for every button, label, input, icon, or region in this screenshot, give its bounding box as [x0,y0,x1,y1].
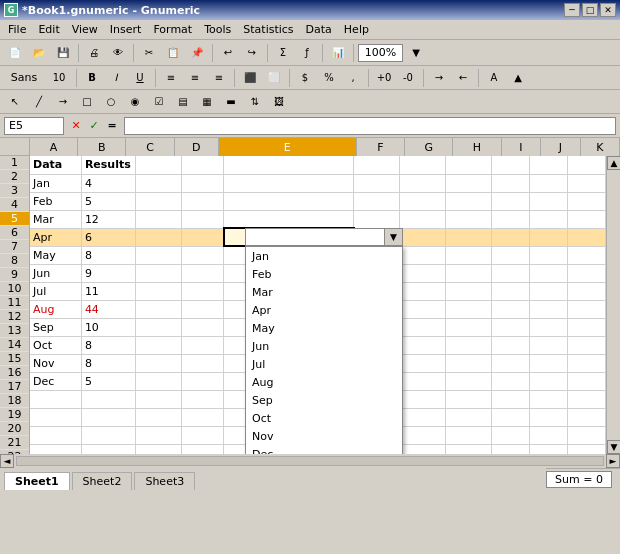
dropdown-item-jan[interactable]: Jan [246,247,402,265]
cell-H15[interactable] [446,408,492,426]
cell-A9[interactable]: Aug [30,300,81,318]
redo-button[interactable]: ↪ [241,43,263,63]
cell-F2[interactable] [354,174,400,192]
cell-G6[interactable] [400,246,446,264]
cell-G10[interactable] [400,318,446,336]
row-num-18[interactable]: 18 [0,394,29,408]
cell-B5[interactable]: 6 [81,228,136,246]
cell-H10[interactable] [446,318,492,336]
cell-A12[interactable]: Nov [30,354,81,372]
cell-reference[interactable]: E5 [4,117,64,135]
cell-C14[interactable] [136,390,182,408]
image-tool[interactable]: 🖼 [268,92,290,112]
dropdown-item-jun[interactable]: Jun [246,337,402,355]
cell-I11[interactable] [492,336,530,354]
cell-J2[interactable] [530,174,568,192]
horizontal-scrollbar[interactable]: ◄ ► [0,454,620,468]
dropdown-item-oct[interactable]: Oct [246,409,402,427]
menu-item-edit[interactable]: Edit [32,21,65,38]
copy-button[interactable]: 📋 [162,43,184,63]
sheet-tab-sheet2[interactable]: Sheet2 [72,472,133,490]
cell-C6[interactable] [136,246,182,264]
cell-C9[interactable] [136,300,182,318]
radio-tool[interactable]: ◉ [124,92,146,112]
row-num-7[interactable]: 7 [0,240,29,254]
underline-button[interactable]: U [129,68,151,88]
cell-D10[interactable] [182,318,224,336]
cell-E1[interactable] [224,156,354,174]
cell-K16[interactable] [568,426,606,444]
cell-J14[interactable] [530,390,568,408]
cell-J13[interactable] [530,372,568,390]
bold-button[interactable]: B [81,68,103,88]
cell-H3[interactable] [446,192,492,210]
ellipse-tool[interactable]: ○ [100,92,122,112]
dropdown-item-may[interactable]: May [246,319,402,337]
scroll-down-button[interactable]: ▼ [607,440,620,454]
cell-H6[interactable] [446,246,492,264]
cell-B10[interactable]: 10 [81,318,136,336]
cell-D12[interactable] [182,354,224,372]
cell-H13[interactable] [446,372,492,390]
paste-button[interactable]: 📌 [186,43,208,63]
percent-button[interactable]: % [318,68,340,88]
cancel-icon[interactable]: ✕ [68,118,84,134]
cell-A4[interactable]: Mar [30,210,81,228]
currency-button[interactable]: $ [294,68,316,88]
cell-G11[interactable] [400,336,446,354]
cell-K4[interactable] [568,210,606,228]
cell-J5[interactable] [530,228,568,246]
zoom-level[interactable]: 100% [358,44,403,62]
increase-dec[interactable]: +0 [373,68,395,88]
row-num-11[interactable]: 11 [0,296,29,310]
cell-D16[interactable] [182,426,224,444]
row-num-1[interactable]: 1 [0,156,29,170]
cell-D6[interactable] [182,246,224,264]
function-icon[interactable]: = [104,118,120,134]
cell-F1[interactable] [354,156,400,174]
cell-K11[interactable] [568,336,606,354]
menu-item-data[interactable]: Data [300,21,338,38]
cell-I15[interactable] [492,408,530,426]
row-num-12[interactable]: 12 [0,310,29,324]
cell-D5[interactable] [182,228,224,246]
cell-G14[interactable] [400,390,446,408]
cell-B8[interactable]: 11 [81,282,136,300]
cell-I12[interactable] [492,354,530,372]
cell-H8[interactable] [446,282,492,300]
cell-H5[interactable] [446,228,492,246]
cell-A3[interactable]: Feb [30,192,81,210]
cell-A14[interactable] [30,390,81,408]
formula-input[interactable] [124,117,616,135]
cell-H7[interactable] [446,264,492,282]
decrease-indent[interactable]: ← [452,68,474,88]
cell-I16[interactable] [492,426,530,444]
cell-I6[interactable] [492,246,530,264]
cell-E3[interactable] [224,192,354,210]
cell-F4[interactable] [354,210,400,228]
cell-D17[interactable] [182,444,224,454]
cell-D2[interactable] [182,174,224,192]
cell-B13[interactable]: 5 [81,372,136,390]
print-button[interactable]: 🖨 [83,43,105,63]
row-num-16[interactable]: 16 [0,366,29,380]
cell-C3[interactable] [136,192,182,210]
dropdown-item-mar[interactable]: Mar [246,283,402,301]
italic-button[interactable]: I [105,68,127,88]
cell-D13[interactable] [182,372,224,390]
row-num-22[interactable]: 22 [0,450,29,454]
col-header-I[interactable]: I [502,138,541,156]
cell-G1[interactable] [400,156,446,174]
cell-K6[interactable] [568,246,606,264]
cell-K2[interactable] [568,174,606,192]
cell-A1[interactable]: Data [30,156,81,174]
cell-J4[interactable] [530,210,568,228]
cell-H11[interactable] [446,336,492,354]
cell-C4[interactable] [136,210,182,228]
sum-button[interactable]: Σ [272,43,294,63]
col-header-D[interactable]: D [175,138,219,156]
cell-I5[interactable] [492,228,530,246]
cell-D3[interactable] [182,192,224,210]
cell-C2[interactable] [136,174,182,192]
cell-C11[interactable] [136,336,182,354]
